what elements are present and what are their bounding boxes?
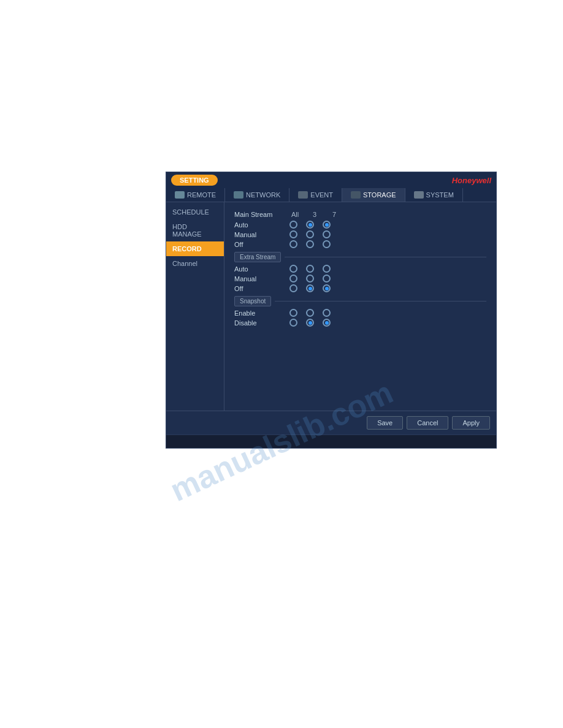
main-stream-col-headers: All 3 7 [289,211,340,218]
main-auto-3-radio[interactable] [306,221,314,229]
system-icon [414,191,424,199]
extra-manual-radios[interactable] [289,275,331,282]
snapshot-enable-all-radio[interactable] [289,309,297,317]
settings-dialog: SETTING Honeywell REMOTE NETWORK EVENT [166,172,497,449]
extra-auto-row: Auto [234,265,486,273]
snapshot-disable-row: Disable [234,319,486,327]
extra-auto-3-radio[interactable] [306,265,314,273]
main-manual-3-radio[interactable] [306,230,314,238]
tab-remote[interactable]: REMOTE [166,188,225,202]
bottom-bar: Save Cancel Apply [166,411,496,434]
snapshot-disable-all-radio[interactable] [289,319,297,327]
snapshot-disable-label: Disable [234,319,289,327]
tab-network[interactable]: NETWORK [225,188,289,202]
main-manual-label: Manual [234,231,289,238]
main-off-3-radio[interactable] [306,240,314,248]
main-manual-row: Manual [234,230,486,238]
main-off-radios[interactable] [289,240,331,248]
main-content: SCHEDULE HDD MANAGE RECORD Channel Main … [166,202,496,411]
tab-storage[interactable]: STORAGE [342,188,405,202]
sidebar-item-hdd-manage[interactable]: HDD MANAGE [166,219,224,241]
snapshot-disable-7-radio[interactable] [323,319,331,327]
extra-off-label: Off [234,285,289,292]
main-auto-radios[interactable] [289,221,331,229]
main-auto-label: Auto [234,221,289,229]
snapshot-tag: Snapshot [234,296,271,306]
col-all: All [289,211,301,218]
tab-bar: REMOTE NETWORK EVENT STORAGE SYSTEM [166,188,496,202]
remote-icon [175,191,185,199]
tab-event-label: EVENT [310,191,333,199]
snapshot-enable-7-radio[interactable] [323,309,331,317]
main-off-label: Off [234,241,289,248]
extra-auto-7-radio[interactable] [323,265,331,273]
extra-manual-7-radio[interactable] [323,275,331,282]
sidebar: SCHEDULE HDD MANAGE RECORD Channel [166,202,224,411]
snapshot-enable-row: Enable [234,309,486,317]
tab-storage-label: STORAGE [363,191,396,199]
event-icon [298,191,308,199]
extra-manual-3-radio[interactable] [306,275,314,282]
setting-badge: SETTING [171,175,218,186]
extra-manual-label: Manual [234,275,289,282]
main-manual-7-radio[interactable] [323,230,331,238]
extra-manual-all-radio[interactable] [289,275,297,282]
record-panel: Main Stream All 3 7 Auto [224,202,496,411]
snapshot-disable-radios[interactable] [289,319,331,327]
tab-network-label: NETWORK [246,191,280,199]
snapshot-divider: Snapshot [234,296,486,306]
extra-off-7-radio[interactable] [323,284,331,292]
sidebar-item-schedule[interactable]: SCHEDULE [166,205,224,219]
main-manual-all-radio[interactable] [289,230,297,238]
extra-stream-tag: Extra Stream [234,252,281,262]
tab-remote-label: REMOTE [187,191,216,199]
divider-line-1 [285,257,486,257]
storage-icon [351,191,361,199]
main-auto-7-radio[interactable] [323,221,331,229]
title-bar: SETTING Honeywell [166,172,496,188]
extra-auto-all-radio[interactable] [289,265,297,273]
tab-system-label: SYSTEM [426,191,454,199]
tab-event[interactable]: EVENT [289,188,342,202]
brand-logo: Honeywell [452,176,491,185]
main-off-all-radio[interactable] [289,240,297,248]
snapshot-enable-label: Enable [234,309,289,317]
divider-line-2 [275,301,486,301]
cancel-button[interactable]: Cancel [407,416,448,430]
status-bar [166,434,496,448]
snapshot-enable-radios[interactable] [289,309,331,317]
snapshot-enable-3-radio[interactable] [306,309,314,317]
main-auto-row: Auto [234,221,486,229]
extra-off-all-radio[interactable] [289,284,297,292]
col-7: 7 [329,211,340,218]
col-3: 3 [309,211,320,218]
sidebar-item-channel[interactable]: Channel [166,256,224,271]
main-off-row: Off [234,240,486,248]
extra-off-radios[interactable] [289,284,331,292]
extra-auto-radios[interactable] [289,265,331,273]
tab-system[interactable]: SYSTEM [405,188,463,202]
apply-button[interactable]: Apply [452,416,490,430]
extra-manual-row: Manual [234,275,486,282]
extra-stream-divider: Extra Stream [234,252,486,262]
sidebar-item-record[interactable]: RECORD [166,241,224,256]
snapshot-disable-3-radio[interactable] [306,319,314,327]
main-off-7-radio[interactable] [323,240,331,248]
main-manual-radios[interactable] [289,230,331,238]
network-icon [234,191,243,199]
main-auto-all-radio[interactable] [289,221,297,229]
save-button[interactable]: Save [367,416,403,430]
extra-off-row: Off [234,284,486,292]
main-stream-label: Main Stream [234,211,289,218]
extra-off-3-radio[interactable] [306,284,314,292]
extra-auto-label: Auto [234,265,289,273]
